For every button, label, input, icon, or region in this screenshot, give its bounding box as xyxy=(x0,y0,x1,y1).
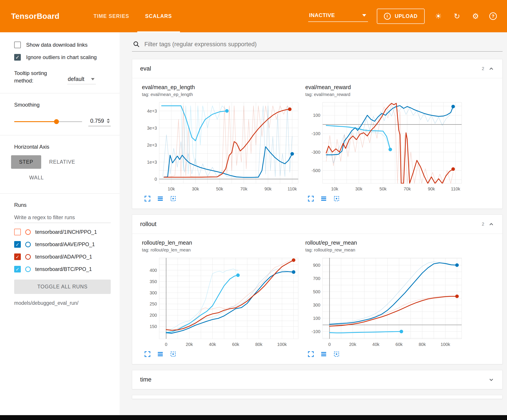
run-color-swatch[interactable] xyxy=(25,229,31,235)
svg-text:700: 700 xyxy=(313,276,320,281)
axis-relative-button[interactable]: RELATIVE xyxy=(41,155,83,169)
tab-scalars[interactable]: SCALARS xyxy=(137,0,180,32)
axis-wall-button[interactable]: WALL xyxy=(21,171,52,185)
fit-domain-icon[interactable] xyxy=(333,195,340,202)
section-body-rollout: rollout/ep_len_mean tag: rollout/ep_len_… xyxy=(132,234,502,364)
refresh-icon[interactable]: ↻ xyxy=(452,12,462,20)
chart-canvas[interactable]: 150200250300350400020k40k60k80k100k xyxy=(142,255,301,349)
run-label: tensorboard/BTC/PPO_1 xyxy=(35,266,92,272)
svg-text:200: 200 xyxy=(150,313,157,318)
svg-text:350: 350 xyxy=(150,279,157,284)
upload-button-label: UPLOAD xyxy=(395,13,418,19)
run-color-swatch[interactable] xyxy=(25,242,31,247)
show-download-links-row[interactable]: Show data download links xyxy=(14,41,114,48)
section-header-eval[interactable]: eval 2 xyxy=(132,59,502,78)
smoothing-stepper[interactable] xyxy=(107,118,110,123)
settings-gear-icon[interactable]: ⚙ xyxy=(471,12,480,20)
fit-domain-icon[interactable] xyxy=(170,351,176,358)
svg-text:250: 250 xyxy=(150,302,157,306)
svg-text:900: 900 xyxy=(313,263,320,268)
run-checkbox[interactable]: ✓ xyxy=(14,254,21,260)
stepper-down-icon[interactable] xyxy=(107,121,110,123)
run-checkbox[interactable]: ✓ xyxy=(14,266,21,272)
settings-sidebar: Show data download links ✓ Ignore outlie… xyxy=(0,32,120,415)
chart-canvas[interactable]: 01e+32e+33e+34e+310k30k50k70k90k110k xyxy=(142,100,301,193)
section-title: time xyxy=(140,376,151,383)
status-dropdown[interactable]: INACTIVE xyxy=(308,10,368,22)
tab-time-series[interactable]: TIME SERIES xyxy=(86,0,137,32)
smoothing-slider[interactable] xyxy=(14,121,82,122)
run-color-swatch[interactable] xyxy=(25,267,31,272)
expand-chart-icon[interactable] xyxy=(144,195,151,202)
svg-text:10k: 10k xyxy=(331,186,338,191)
expand-chart-icon[interactable] xyxy=(308,195,314,202)
expand-chart-icon[interactable] xyxy=(308,351,314,358)
stepper-up-icon[interactable] xyxy=(107,118,110,120)
runs-filter-input[interactable] xyxy=(14,213,111,223)
smoothing-value: 0.759 xyxy=(90,118,104,124)
sidebar-divider xyxy=(0,93,120,93)
smoothing-slider-fill xyxy=(14,121,56,122)
section-header-time[interactable]: time xyxy=(132,370,502,389)
svg-text:30k: 30k xyxy=(355,186,363,191)
axis-step-button[interactable]: STEP xyxy=(11,155,41,169)
chevron-down-icon[interactable] xyxy=(488,377,494,383)
section-card-rollout: rollout 2 rollout/ep_len_mean tag: rollo… xyxy=(132,214,503,364)
svg-text:100k: 100k xyxy=(277,342,287,347)
svg-text:300: 300 xyxy=(150,290,157,295)
brightness-icon[interactable]: ☀ xyxy=(434,12,443,20)
svg-text:70k: 70k xyxy=(240,186,247,191)
chart-canvas[interactable]: -100100300500700900020k40k60k80k100k xyxy=(305,255,465,349)
svg-text:110k: 110k xyxy=(451,186,460,191)
chevron-up-icon[interactable] xyxy=(488,221,494,227)
run-row-btc[interactable]: ✓ tensorboard/BTC/PPO_1 xyxy=(14,266,115,272)
fit-domain-icon[interactable] xyxy=(333,351,340,358)
svg-text:30k: 30k xyxy=(192,186,199,191)
fit-domain-icon[interactable] xyxy=(170,195,176,202)
section-body-eval: eval/mean_ep_length tag: eval/mean_ep_le… xyxy=(132,78,502,209)
section-header-rollout[interactable]: rollout 2 xyxy=(132,215,502,234)
chart-eval-mean-reward: eval/mean_reward tag: eval/mean_reward 1… xyxy=(305,84,465,202)
tag-filter-input[interactable] xyxy=(144,41,502,48)
smoothing-slider-handle[interactable] xyxy=(54,119,59,124)
ignore-outliers-checkbox[interactable]: ✓ xyxy=(14,54,21,61)
svg-text:-100: -100 xyxy=(311,329,320,334)
expand-chart-icon[interactable] xyxy=(144,351,151,358)
data-table-icon[interactable] xyxy=(157,351,164,358)
help-icon[interactable]: ? xyxy=(489,12,497,20)
run-checkbox[interactable]: ✓ xyxy=(14,241,21,248)
run-row-ada[interactable]: ✓ tensorboard/ADA/PPO_1 xyxy=(14,254,115,260)
svg-text:50k: 50k xyxy=(380,186,387,191)
axis-options-row: STEP RELATIVE xyxy=(11,155,114,169)
svg-text:60k: 60k xyxy=(395,342,403,347)
chevron-up-icon[interactable] xyxy=(488,66,494,72)
svg-text:1e+3: 1e+3 xyxy=(147,160,157,165)
data-table-icon[interactable] xyxy=(320,351,327,358)
chart-tag: tag: eval/mean_reward xyxy=(305,92,465,97)
chart-toolbar xyxy=(308,351,465,358)
run-color-swatch[interactable] xyxy=(25,254,31,260)
tooltip-sorting-dropdown[interactable]: default xyxy=(67,76,96,84)
tooltip-sorting-row: Tooltip sorting method: default xyxy=(14,69,111,84)
search-icon xyxy=(133,41,140,48)
svg-text:3e+3: 3e+3 xyxy=(147,126,157,131)
smoothing-value-field[interactable]: 0.759 xyxy=(88,117,111,126)
chart-canvas[interactable]: 100-100-300-50010k30k50k70k90k110k xyxy=(305,100,465,193)
section-count: 2 xyxy=(482,222,484,227)
ignore-outliers-row[interactable]: ✓ Ignore outliers in chart scaling xyxy=(14,54,114,61)
section-count: 2 xyxy=(482,66,484,71)
run-row-aave[interactable]: ✓ tensorboard/AAVE/PPO_1 xyxy=(14,241,115,248)
run-row-1inch[interactable]: tensorboard/1INCH/PPO_1 xyxy=(14,229,115,235)
svg-text:60k: 60k xyxy=(232,342,239,347)
chart-title: rollout/ep_rew_mean xyxy=(305,240,465,246)
svg-text:40k: 40k xyxy=(209,342,216,347)
run-label: tensorboard/AAVE/PPO_1 xyxy=(35,241,95,248)
runs-base-path: models/debugged_eval_run/ xyxy=(14,300,114,306)
show-download-links-checkbox[interactable] xyxy=(14,41,21,48)
upload-button[interactable]: i UPLOAD xyxy=(377,9,425,24)
toggle-all-runs-button[interactable]: TOGGLE ALL RUNS xyxy=(14,280,111,294)
data-table-icon[interactable] xyxy=(320,195,327,202)
svg-text:0: 0 xyxy=(155,177,157,182)
data-table-icon[interactable] xyxy=(157,195,164,202)
run-checkbox[interactable] xyxy=(14,229,21,235)
